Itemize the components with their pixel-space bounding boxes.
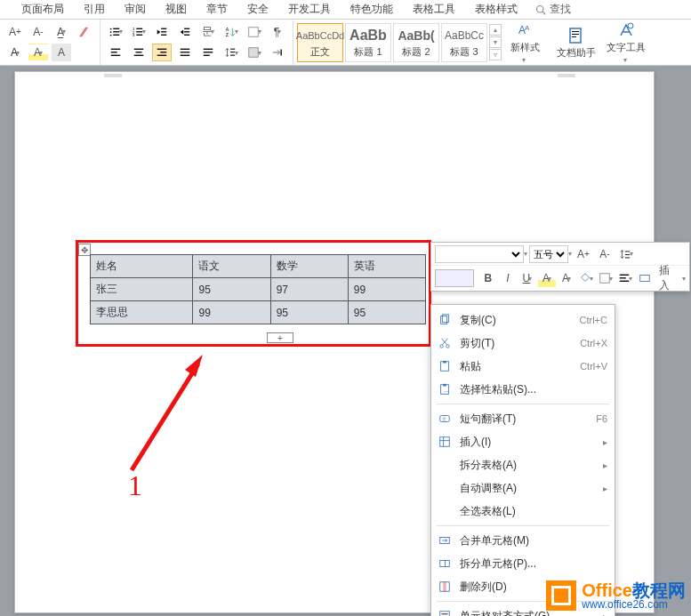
shading-button[interactable]: ▾ [245,44,264,61]
header-cell[interactable]: 数学 [270,255,348,278]
style-normal[interactable]: AaBbCcDd正文 [297,23,343,62]
cell[interactable]: 97 [270,278,348,301]
style-scroll[interactable]: ▴▾▿ [489,24,502,60]
font-color-button[interactable]: A▾ [5,44,25,61]
menu-copy[interactable]: 复制(C)Ctrl+C [431,308,615,332]
align-right-button[interactable] [152,44,172,61]
menu-autofit[interactable]: 自动调整(A)▸ [431,476,615,500]
text-tools-button[interactable]: 文字工具▾ [605,21,647,64]
italic-button[interactable]: I [499,269,517,287]
svg-rect-34 [181,55,190,56]
menu-translate[interactable]: 文短句翻译(T)F6 [431,407,615,430]
tab-feature[interactable]: 特色功能 [343,0,400,19]
menu-split-cells[interactable]: 拆分单元格(P)... [431,552,615,575]
cell[interactable]: 李思思 [91,301,193,324]
header-cell[interactable]: 英语 [348,255,425,278]
shrink-font-button[interactable]: A- [28,23,48,41]
new-style-button[interactable]: AA 新样式▾ [503,21,546,64]
search-box[interactable]: 查找 [535,2,571,17]
cell[interactable]: 95 [193,278,270,301]
insert-button[interactable]: 插入 [655,269,682,287]
header-cell[interactable]: 语文 [193,255,270,278]
menu-paste[interactable]: 粘贴Ctrl+V [431,355,615,378]
menu-split-table[interactable]: 拆分表格(A)▸ [431,453,615,476]
tab-ref[interactable]: 引用 [76,0,112,19]
table-header-row[interactable]: 姓名 语文 数学 英语 [91,255,426,278]
doc-assist-button[interactable]: 文档助手 [555,21,598,64]
change-case-button[interactable]: A̲▾ [52,23,71,41]
numbering-button[interactable]: 123▾ [129,23,149,41]
menu-insert[interactable]: 插入(I)▸ [431,430,615,453]
merge-button[interactable] [636,269,654,287]
font-color-button[interactable]: A▾ [558,269,575,287]
svg-point-62 [440,345,444,348]
tab-tablestyle[interactable]: 表格样式 [468,0,525,19]
highlight-button[interactable]: A▾ [28,44,48,61]
style-h1[interactable]: AaBb标题 1 [345,23,391,62]
clear-format-button[interactable] [75,23,94,41]
border-button[interactable]: ▾ [597,269,615,287]
shading-button[interactable]: ▾ [577,269,595,287]
underline-button[interactable]: U▾ [518,269,536,287]
indent-inc-button[interactable] [175,23,195,41]
showmarks-button[interactable]: ¶▾ [268,23,287,41]
cell[interactable]: 99 [348,278,425,301]
cell[interactable]: 张三 [91,278,193,301]
submenu-arrow-icon: ▸ [603,460,607,470]
font-select[interactable] [435,245,524,263]
cell[interactable]: 99 [193,301,270,324]
svg-rect-55 [600,274,610,284]
cell[interactable]: 95 [270,301,348,324]
style-h3[interactable]: AaBbCc标题 3 [441,23,487,62]
tab-section[interactable]: 章节 [199,0,235,19]
table-move-handle[interactable] [78,244,91,256]
highlight-button[interactable]: A▾ [538,269,556,287]
bullets-button[interactable]: ▾ [106,23,125,41]
tab-view[interactable]: 视图 [158,0,194,19]
table-row[interactable]: 李思思 99 95 95 [91,301,426,324]
menu-separator [437,404,609,404]
char-shading-button[interactable]: A [52,44,71,61]
svg-point-49 [628,23,633,28]
menu-merge-cells[interactable]: 合并单元格(M) [431,529,615,552]
sort-button[interactable]: AZ▾ [221,23,241,41]
data-table[interactable]: 姓名 语文 数学 英语 张三 95 97 99 李思思 99 95 95 [90,254,426,324]
line-spacing-button[interactable]: ▾ [221,44,241,61]
tab-button[interactable] [268,44,287,61]
indent-dec-button[interactable] [152,23,172,41]
align-center-button[interactable] [129,44,149,61]
tab-dev[interactable]: 开发工具 [281,0,338,19]
ruby-button[interactable]: 문▾ [198,23,218,41]
table-add-row-handle[interactable]: + [267,332,293,343]
align-left-button[interactable] [106,44,125,61]
style-h2[interactable]: AaBb(标题 2 [393,23,439,62]
shrink-font-button[interactable]: A- [595,245,615,263]
align-justify-button[interactable] [175,44,195,61]
size-select[interactable]: 五号 [529,245,568,263]
svg-rect-42 [281,50,282,56]
search-label: 查找 [550,2,571,17]
menu-cut[interactable]: 剪切(T)Ctrl+X [431,332,615,355]
tab-tabletools[interactable]: 表格工具 [406,0,462,19]
distribute-button[interactable] [198,44,218,61]
align-button[interactable]: ▾ [616,269,634,287]
align-icon [437,608,453,616]
style-box[interactable] [435,269,474,287]
svg-rect-36 [204,52,213,52]
svg-rect-29 [157,49,167,50]
svg-point-6 [110,34,112,36]
table-row[interactable]: 张三 95 97 99 [91,278,426,301]
bold-button[interactable]: B [479,269,497,287]
menu-select-table[interactable]: 全选表格(L) [431,500,615,523]
tab-security[interactable]: 安全 [240,0,276,19]
header-cell[interactable]: 姓名 [91,255,193,278]
border-button[interactable]: ▾ [245,23,264,41]
cell[interactable]: 95 [348,301,425,324]
tab-review[interactable]: 审阅 [117,0,153,19]
tab-layout[interactable]: 页面布局 [14,0,71,19]
svg-rect-37 [204,55,210,56]
grow-font-button[interactable]: A+ [574,245,593,263]
line-spacing-button[interactable]: ▾ [616,245,636,263]
grow-font-button[interactable]: A+ [5,23,25,41]
menu-paste-special[interactable]: ⋯选择性粘贴(S)... [431,378,615,401]
